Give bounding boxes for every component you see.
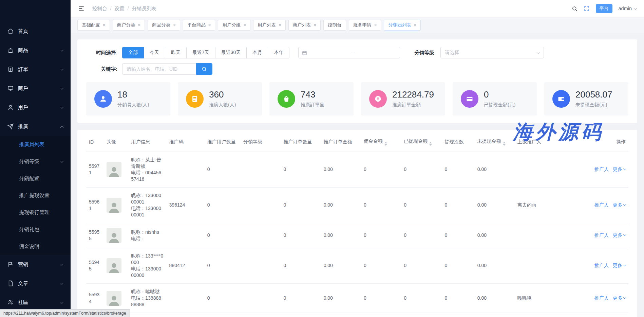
more-link[interactable]: 更多: [613, 295, 626, 301]
table-row: 55961 昵称：13300000001电话：13300000001 39612…: [86, 187, 628, 223]
date-separator: -: [349, 50, 356, 55]
platform-badge[interactable]: 平台: [596, 4, 612, 13]
cell-withdrawn: 0: [401, 313, 442, 317]
tab-bar: 基础配置× 商户分类× 商品分类× 平台商品× 用户分组× 用户列表× 商户列表…: [71, 17, 644, 33]
cell-nickname: 昵称：哒哒哒: [131, 288, 164, 295]
fullscreen-icon[interactable]: [584, 5, 590, 12]
account-icon: [7, 104, 14, 110]
tab-console[interactable]: 控制台: [323, 20, 346, 31]
username: admin: [619, 6, 632, 11]
sort-icon[interactable]: [503, 142, 506, 146]
cell-parent: [515, 248, 572, 283]
promoter-link[interactable]: 推广人: [594, 295, 609, 301]
tab-goods-category[interactable]: 商品分类×: [148, 20, 180, 31]
sidebar-item-distribution-gift[interactable]: 分销礼包: [0, 221, 71, 238]
time-filter-year[interactable]: 本年: [268, 47, 289, 58]
cell-withdrawn: 0: [401, 223, 442, 248]
close-icon[interactable]: ×: [414, 23, 417, 27]
cell-id: 55934: [86, 283, 104, 313]
cell-promo-users: 1: [205, 313, 241, 317]
cell-parent: [515, 152, 572, 187]
time-filter-all[interactable]: 全部: [122, 47, 144, 58]
time-filter-month[interactable]: 本月: [246, 47, 268, 58]
time-filter-today[interactable]: 今天: [144, 47, 165, 58]
avatar: [107, 291, 121, 306]
sidebar-item-distribution-level[interactable]: 分销等级: [0, 153, 71, 170]
promoter-link[interactable]: 推广人: [594, 263, 609, 268]
user-menu[interactable]: admin: [619, 6, 637, 11]
col-order-amount: 推广订单金额: [321, 133, 361, 152]
breadcrumb-item[interactable]: 分销员列表: [132, 5, 157, 12]
svg-text:¥: ¥: [377, 97, 379, 101]
sidebar-item-label: 营销: [18, 261, 28, 268]
chevron-down-icon: [623, 264, 626, 266]
promoter-link[interactable]: 推广人: [594, 166, 609, 172]
promo-order-amount-icon: ¥: [369, 90, 387, 108]
stat-label: 推廣人數(人): [209, 102, 236, 108]
breadcrumb-separator: /: [128, 6, 129, 11]
cell-phone: 电话：00445657416: [131, 170, 164, 182]
sidebar-item-withdraw-bank[interactable]: 提现银行管理: [0, 204, 71, 221]
tab-distributor-list[interactable]: 分销员列表×: [384, 20, 421, 31]
search-button[interactable]: [196, 63, 212, 75]
sidebar-item-promotion[interactable]: 推廣: [0, 117, 71, 136]
cell-parent: [515, 223, 572, 248]
breadcrumb-item[interactable]: 控制台: [92, 5, 107, 12]
cell-order-amount: 0.00: [321, 152, 361, 187]
stat-label: 推廣訂單量: [301, 102, 324, 108]
table-row: 55955 昵称：nishhs电话： 0 0 0.00 0 0 0 0.00 推: [86, 223, 628, 248]
collapse-menu-icon[interactable]: [78, 5, 85, 12]
more-link[interactable]: 更多: [613, 232, 626, 238]
time-filter-7days[interactable]: 最近7天: [186, 47, 215, 58]
close-icon[interactable]: ×: [243, 23, 246, 27]
sidebar-item-users[interactable]: 用戶: [0, 98, 71, 117]
more-link[interactable]: 更多: [613, 202, 626, 208]
cell-phone: 电话：13300000001: [131, 205, 164, 218]
merchant-icon: [7, 85, 14, 91]
tab-merchant-list[interactable]: 商户列表×: [288, 20, 321, 31]
keyword-input[interactable]: [122, 63, 196, 75]
date-range-picker[interactable]: -: [298, 47, 400, 58]
chevron-down-icon: [60, 48, 64, 52]
breadcrumb-item[interactable]: 设置: [115, 5, 125, 12]
close-icon[interactable]: ×: [314, 23, 317, 27]
close-icon[interactable]: ×: [279, 23, 281, 27]
withdrawn-amount-icon: [461, 90, 478, 108]
sidebar-item-marketing[interactable]: 营销: [0, 255, 71, 274]
topbar: 控制台 / 设置 / 分销员列表 平台 admin: [71, 0, 644, 17]
promoter-link[interactable]: 推广人: [594, 232, 609, 238]
more-link[interactable]: 更多: [613, 263, 626, 268]
time-filter-30days[interactable]: 最近30天: [215, 47, 247, 58]
time-filter-yesterday[interactable]: 昨天: [165, 47, 187, 58]
sidebar-item-withdraw-settings[interactable]: 推广提现设置: [0, 187, 71, 204]
cell-promo-users: 0: [205, 248, 241, 283]
tab-base-config[interactable]: 基础配置×: [77, 20, 110, 31]
tab-user-group[interactable]: 用户分组×: [218, 20, 250, 31]
tab-merchant-category[interactable]: 商户分类×: [113, 20, 145, 31]
close-icon[interactable]: ×: [208, 23, 211, 27]
close-icon[interactable]: ×: [173, 23, 176, 27]
close-icon[interactable]: ×: [138, 23, 141, 27]
sort-icon[interactable]: [384, 142, 387, 146]
col-actions: 操作: [572, 133, 628, 152]
tab-platform-goods[interactable]: 平台商品×: [183, 20, 215, 31]
sidebar-item-commission-note[interactable]: 佣金说明: [0, 238, 71, 255]
sidebar-item-articles[interactable]: 文章: [0, 274, 71, 293]
sidebar-item-distribution-config[interactable]: 分銷配置: [0, 170, 71, 187]
more-link[interactable]: 更多: [613, 166, 626, 172]
sidebar-item-promoter-list[interactable]: 推廣員列表: [0, 136, 71, 153]
sidebar-item-goods[interactable]: 商品: [0, 41, 71, 60]
sidebar-item-home[interactable]: 首頁: [0, 22, 71, 41]
tab-user-list[interactable]: 用户列表×: [253, 20, 286, 31]
tab-service-apply[interactable]: 服务申请×: [349, 20, 381, 31]
sidebar-item-orders[interactable]: 訂單: [0, 60, 71, 79]
search-icon[interactable]: [572, 6, 577, 12]
cell-nickname: 昵称：13300000001: [131, 192, 164, 205]
close-icon[interactable]: ×: [374, 23, 377, 27]
cell-promo-users: 0: [205, 223, 241, 248]
sort-icon[interactable]: [429, 142, 432, 146]
promoter-link[interactable]: 推广人: [594, 202, 609, 208]
level-select[interactable]: 请选择: [440, 47, 544, 58]
sidebar-item-merchants[interactable]: 商戶: [0, 79, 71, 98]
close-icon[interactable]: ×: [103, 23, 106, 27]
